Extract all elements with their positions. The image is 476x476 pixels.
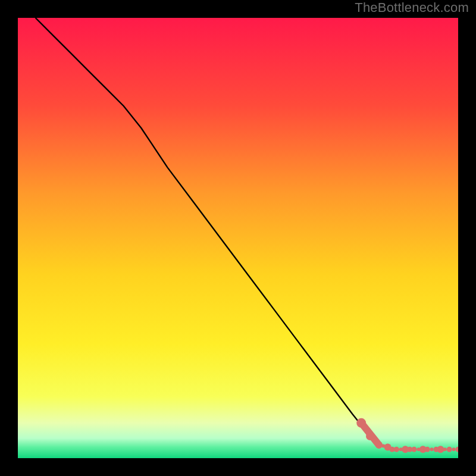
- flat-region-dash: [416, 447, 420, 451]
- attribution-label: TheBottleneck.com: [355, 0, 469, 15]
- flat-region-dash: [399, 447, 403, 451]
- flat-region-dash: [406, 447, 409, 451]
- chart-svg: [18, 18, 458, 458]
- flat-region-dash: [410, 447, 414, 451]
- flat-region-dash: [452, 447, 456, 451]
- flat-region-point: [447, 447, 452, 452]
- flat-region-dash: [430, 447, 434, 451]
- flat-region-dash: [388, 446, 392, 450]
- flat-region-dash: [437, 447, 440, 451]
- gradient-background: [18, 18, 458, 458]
- plot-area: [18, 18, 458, 458]
- flat-region-dash: [443, 447, 447, 451]
- chart-stage: TheBottleneck.com: [0, 0, 476, 476]
- flat-region-dash: [393, 447, 396, 451]
- flat-region-dash: [424, 447, 427, 451]
